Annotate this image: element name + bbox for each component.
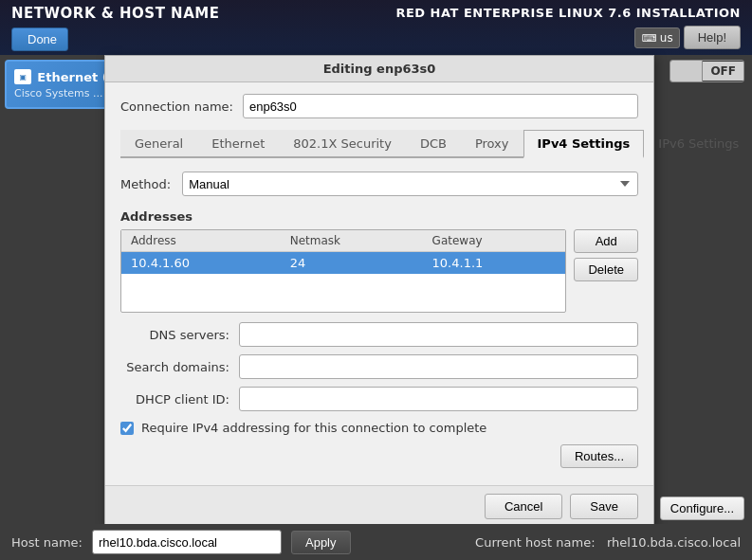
tab-ipv4-settings[interactable]: IPv4 Settings [523, 130, 645, 158]
configure-button[interactable]: Configure... [660, 497, 744, 520]
current-host-value: rhel10.bda.cisco.local [607, 535, 741, 550]
dns-label: DNS servers: [120, 328, 229, 342]
method-row: Method: Manual Automatic (DHCP) Link-Loc… [120, 172, 638, 196]
checkbox-label: Require IPv4 addressing for this connect… [141, 421, 486, 435]
address-buttons: Add Delete [574, 229, 638, 313]
cell-netmask: 24 [281, 252, 423, 275]
off-label: OFF [703, 62, 743, 81]
search-label: Search domains: [120, 360, 229, 374]
network-icon: ▣ [14, 69, 31, 84]
dns-input[interactable] [239, 322, 638, 347]
tab-ethernet[interactable]: Ethernet [197, 130, 279, 156]
col-gateway: Gateway [423, 230, 566, 252]
dialog-bottom-buttons: Cancel Save [105, 485, 653, 527]
host-name-label: Host name: [11, 535, 83, 550]
keyboard-icon[interactable]: ⌨ us [634, 27, 679, 48]
tab-dcb[interactable]: DCB [406, 130, 461, 156]
current-host-display: Current host name: rhel10.bda.cisco.loca… [475, 535, 741, 550]
tab-general[interactable]: General [120, 130, 197, 156]
method-select[interactable]: Manual Automatic (DHCP) Link-Local Only … [182, 172, 638, 196]
table-row[interactable]: 10.4.1.60 24 10.4.1.1 [121, 252, 565, 275]
method-label: Method: [120, 177, 171, 191]
table-row-empty [121, 274, 565, 312]
add-address-button[interactable]: Add [574, 229, 638, 253]
addresses-area: Address Netmask Gateway 10.4.1.60 24 10.… [120, 229, 638, 313]
off-toggle-inner: OFF [669, 60, 744, 82]
dhcp-input[interactable] [239, 387, 638, 411]
done-button[interactable]: Done [11, 27, 68, 51]
delete-address-button[interactable]: Delete [574, 258, 638, 281]
toggle-track [670, 61, 703, 81]
off-toggle[interactable]: OFF [669, 60, 744, 82]
addresses-label: Addresses [120, 209, 638, 224]
connection-name-input[interactable] [243, 94, 638, 118]
top-bar: NETWORK & HOST NAME Done RED HAT ENTERPR… [0, 0, 752, 55]
conn-name-label: Connection name: [120, 99, 233, 114]
cancel-button[interactable]: Cancel [485, 494, 562, 519]
tab-802-1x-security[interactable]: 802.1X Security [279, 130, 406, 156]
keyboard-widget: ⌨ us Help! [634, 26, 741, 49]
help-button[interactable]: Help! [684, 26, 741, 49]
routes-row: Routes... [120, 444, 638, 468]
cell-address: 10.4.1.60 [121, 252, 281, 275]
top-bar-left: NETWORK & HOST NAME Done [11, 5, 219, 51]
col-netmask: Netmask [281, 230, 423, 252]
dialog-content: Connection name: General Ethernet 802.1X… [105, 82, 653, 485]
cell-gateway: 10.4.1.1 [423, 252, 566, 275]
tab-proxy[interactable]: Proxy [461, 130, 523, 156]
app-title: NETWORK & HOST NAME [11, 5, 219, 22]
search-domains-input[interactable] [239, 354, 638, 379]
connection-name-row: Connection name: [120, 94, 638, 118]
checkbox-row: Require IPv4 addressing for this connect… [120, 421, 638, 435]
addresses-table: Address Netmask Gateway 10.4.1.60 24 10.… [121, 230, 565, 312]
current-host-label: Current host name: [475, 535, 595, 550]
addresses-table-container: Address Netmask Gateway 10.4.1.60 24 10.… [120, 229, 566, 313]
top-bar-right: RED HAT ENTERPRISE LINUX 7.6 INSTALLATIO… [395, 6, 741, 49]
bottom-bar: Host name: Apply Current host name: rhel… [0, 524, 752, 560]
dhcp-row: DHCP client ID: [120, 387, 638, 411]
ipv4-checkbox[interactable] [120, 422, 134, 435]
dns-row: DNS servers: [120, 322, 638, 347]
dhcp-label: DHCP client ID: [120, 392, 229, 406]
tab-ipv6-settings[interactable]: IPv6 Settings [644, 130, 752, 156]
install-title: RED HAT ENTERPRISE LINUX 7.6 INSTALLATIO… [395, 6, 741, 20]
editing-dialog: Editing enp63s0 Connection name: General… [104, 55, 654, 528]
routes-button[interactable]: Routes... [560, 444, 638, 468]
tabs-bar: General Ethernet 802.1X Security DCB Pro… [120, 130, 638, 158]
search-domains-row: Search domains: [120, 354, 638, 379]
host-name-input[interactable] [92, 530, 282, 554]
dialog-title: Editing enp63s0 [105, 56, 653, 82]
main-area: ▣ Ethernet (enp63s0) Cisco Systems ... +… [0, 55, 752, 560]
apply-button[interactable]: Apply [291, 531, 351, 554]
save-button[interactable]: Save [570, 494, 638, 519]
col-address: Address [121, 230, 281, 252]
